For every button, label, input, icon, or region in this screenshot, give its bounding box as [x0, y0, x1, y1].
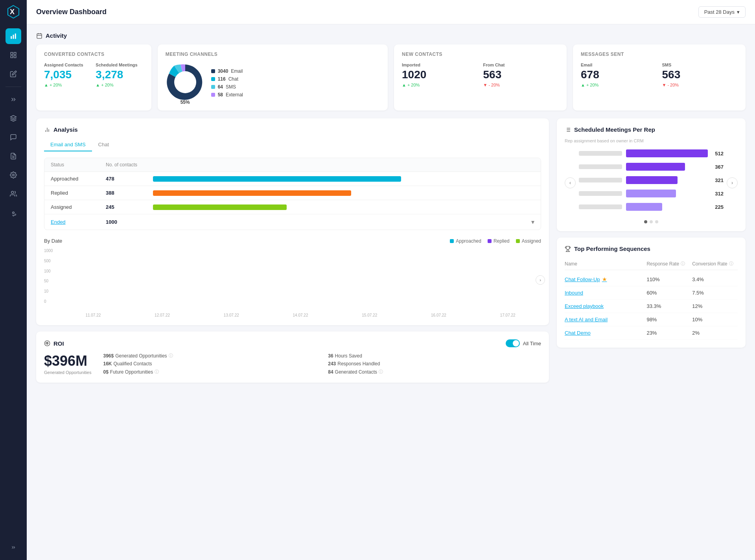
- seq-conversion-4: 2%: [692, 330, 738, 336]
- chart-next-button[interactable]: ›: [536, 275, 545, 285]
- list-item: 312: [579, 190, 724, 197]
- imported-value: 1020: [402, 69, 478, 81]
- sidebar: X: [0, 0, 27, 560]
- sidebar-expand-button[interactable]: [6, 540, 21, 555]
- scheduled-meetings-metric: Scheduled Meetings 3,278 ▲ + 20%: [96, 63, 143, 87]
- seq-name-2[interactable]: Exceed playbook: [565, 303, 646, 309]
- up-arrow-icon3: ▲: [402, 83, 406, 87]
- from-chat-metric: From Chat 563 ▼ - 20%: [483, 63, 559, 87]
- toggle-knob: [513, 340, 519, 346]
- roi-main: $396M Generated Opportunities: [44, 353, 91, 375]
- info-icon: ⓘ: [169, 353, 173, 359]
- roi-stat-1: 36 Hours Saved: [328, 353, 541, 359]
- seq-name-0[interactable]: Chat Follow-Up ★: [565, 276, 646, 282]
- messages-grid: Email 678 ▲ + 20% SMS 563 ▼: [581, 63, 738, 87]
- seq-name-3[interactable]: A text AI and Email: [565, 317, 646, 322]
- roi-stat-2: 16K Qualified Contacts: [103, 361, 316, 367]
- sms-metric: SMS 563 ▼ - 20%: [662, 63, 738, 87]
- pie-percent: 55%: [180, 99, 190, 105]
- meetings-title: Scheduled Meetings Per Rep: [565, 126, 738, 133]
- sidebar-item-grid[interactable]: [6, 47, 21, 63]
- svg-rect-3: [13, 35, 14, 39]
- rep-name-2: [579, 178, 622, 182]
- sequences-header: Name Response Rate ⓘ Conversion Rate ⓘ: [565, 258, 738, 270]
- meeting-channels-inner: 55% 3040 Email 116 Chat: [166, 63, 380, 103]
- right-column: Scheduled Meetings Per Rep Rep assignmen…: [557, 118, 746, 383]
- sidebar-item-edit[interactable]: [6, 66, 21, 82]
- activity-section: Activity Converted Contacts Assigned Con…: [36, 32, 746, 111]
- roi-title: ROI: [44, 340, 64, 347]
- tab-chat[interactable]: Chat: [92, 138, 115, 151]
- chart-legend: Approached Replied Assigned: [450, 238, 541, 244]
- assigned-value: 7,035: [44, 69, 92, 81]
- replied-bar: [153, 190, 351, 196]
- rep-bar-1: [626, 163, 685, 171]
- table-row: Approached 478: [44, 172, 541, 186]
- seq-conversion-3: 10%: [692, 317, 738, 322]
- pie-chart: [166, 63, 205, 102]
- up-arrow-icon2: ▲: [96, 83, 100, 87]
- sidebar-item-users[interactable]: [6, 186, 21, 202]
- seq-name-1[interactable]: Inbound: [565, 290, 646, 296]
- svg-point-13: [11, 191, 14, 193]
- tab-email-sms[interactable]: Email and SMS: [44, 138, 92, 151]
- roi-main-value: $396M: [44, 353, 91, 369]
- sidebar-item-expand[interactable]: [6, 92, 21, 107]
- header: Overview Dashboard Past 28 Days ▾: [27, 0, 755, 24]
- toggle-switch[interactable]: [506, 339, 520, 347]
- legend-dot-email: [211, 69, 215, 73]
- assigned-contacts-metric: Assigned Contacts 7,035 ▲ + 20%: [44, 63, 92, 87]
- roi-stats: 396$ Generated Opportunities ⓘ 36 Hours …: [103, 353, 541, 375]
- dot-2[interactable]: [650, 220, 653, 223]
- response-info-icon: ⓘ: [681, 261, 685, 267]
- from-chat-label: From Chat: [483, 63, 559, 67]
- meetings-subtitle: Rep assignment based on owner in CRM: [565, 138, 738, 143]
- svg-rect-6: [14, 52, 16, 54]
- up-arrow-icon4: ▲: [581, 83, 585, 87]
- email-label: Email: [581, 63, 657, 67]
- assigned-label: Assigned Contacts: [44, 63, 92, 67]
- sidebar-item-report[interactable]: [6, 148, 21, 164]
- roi-body: $396M Generated Opportunities 396$ Gener…: [44, 353, 541, 375]
- col-response-header: Response Rate ⓘ: [646, 261, 692, 267]
- scheduled-meetings-card: Scheduled Meetings Per Rep Rep assignmen…: [557, 118, 746, 231]
- sidebar-item-chart[interactable]: [6, 28, 21, 44]
- scheduled-change: ▲ + 20%: [96, 83, 143, 87]
- trophy-icon: [565, 246, 571, 252]
- rep-value-0: 512: [715, 151, 724, 157]
- date-filter-label: Past 28 Days: [704, 9, 735, 15]
- legend-chat: 116 Chat: [211, 76, 243, 82]
- next-rep-button[interactable]: ›: [727, 177, 738, 188]
- svg-rect-7: [11, 56, 13, 58]
- date-filter-button[interactable]: Past 28 Days ▾: [698, 6, 746, 18]
- dot-3[interactable]: [655, 220, 658, 223]
- rep-value-4: 225: [715, 204, 724, 210]
- by-date-section: By Date Approached Replied: [44, 238, 541, 317]
- dot-1[interactable]: [644, 220, 647, 223]
- seq-response-0: 110%: [646, 276, 692, 282]
- new-contacts-grid: Imported 1020 ▲ + 20% From Chat 563 ▼: [402, 63, 559, 87]
- chevron-down-icon: ▾: [737, 9, 740, 15]
- prev-rep-button[interactable]: ‹: [565, 177, 576, 188]
- svg-rect-15: [37, 33, 42, 38]
- meeting-channels-card: Meeting Channels: [158, 44, 388, 111]
- legend-external: 58 External: [211, 92, 243, 98]
- rep-bar-3: [626, 190, 676, 197]
- down-arrow-icon: ▼: [483, 83, 488, 87]
- sidebar-item-layers[interactable]: [6, 111, 21, 126]
- sidebar-item-chat[interactable]: [6, 129, 21, 145]
- calendar-icon: [36, 33, 42, 39]
- sidebar-item-gear2[interactable]: [6, 205, 21, 221]
- table-row-ended[interactable]: Ended 1000 ▾: [44, 214, 541, 230]
- all-time-toggle[interactable]: All Time: [506, 339, 541, 347]
- seq-conversion-1: 7.5%: [692, 290, 738, 296]
- svg-rect-8: [14, 56, 16, 58]
- sidebar-item-settings[interactable]: [6, 167, 21, 183]
- seq-name-4[interactable]: Chat Demo: [565, 330, 646, 336]
- col-status: Status: [51, 162, 106, 168]
- messages-sent-title: Messages Sent: [581, 52, 738, 57]
- list-item: Exceed playbook 33.3% 12%: [565, 300, 738, 313]
- list-item: 321: [579, 176, 724, 184]
- seq-response-1: 60%: [646, 290, 692, 296]
- analysis-card: Analysis Email and SMS Chat Status No. o…: [36, 118, 549, 325]
